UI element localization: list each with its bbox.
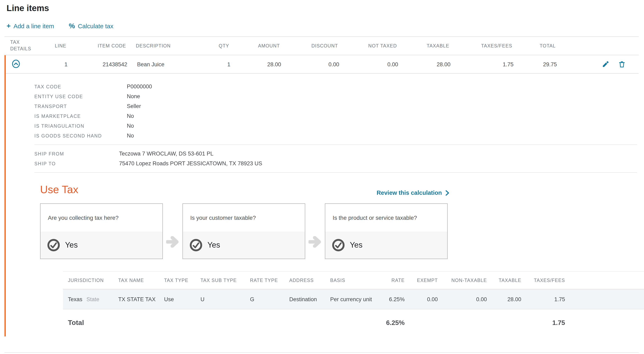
flow-arrow	[163, 204, 182, 259]
detail-field: TRANSPORTSeller	[34, 103, 639, 109]
cell-address: Destination	[289, 296, 330, 302]
cell-not-taxed: 0.00	[339, 61, 398, 67]
panel-bottom-border	[4, 352, 639, 353]
flow-arrow	[305, 204, 325, 259]
chevron-right-icon	[446, 190, 449, 196]
cell-amount: 28.00	[230, 61, 281, 67]
col-total: TOTAL	[512, 44, 556, 48]
col-discount: DISCOUNT	[280, 44, 338, 48]
divider	[34, 144, 637, 145]
col-tax-name: TAX NAME	[118, 278, 164, 283]
cell-basis: Per currency unit	[330, 296, 377, 302]
cell-taxable: 28.00	[398, 61, 450, 67]
col-jurisdiction: JURISDICTION	[63, 278, 118, 283]
cell-item-code: 21438542	[68, 61, 127, 67]
detail-field: TAX CODEP0000000	[34, 84, 639, 90]
trash-icon	[618, 60, 626, 68]
answer-label: Yes	[208, 241, 220, 250]
toolbar: + Add a line item % Calculate tax	[6, 22, 113, 30]
line-item-details: TAX CODEP0000000 ENTITY USE CODENone TRA…	[6, 74, 639, 336]
cell-rate: 6.25%	[377, 296, 405, 302]
col-line: LINE	[38, 44, 66, 48]
use-tax-card-customer: Is your customer taxable? Yes	[182, 204, 305, 259]
jurisdiction-type-label: State	[86, 296, 100, 302]
col-item-code: ITEM CODE	[66, 44, 126, 48]
col-non-taxable: NON-TAXABLE	[438, 278, 487, 283]
total-taxes-fees: 1.75	[521, 319, 565, 326]
col-description: DESCRIPTION	[126, 44, 208, 48]
col-qty: QTY	[208, 44, 229, 48]
check-circle-icon	[332, 238, 345, 252]
check-circle-icon	[47, 238, 60, 252]
cell-tax-name: TX STATE TAX	[118, 296, 164, 302]
line-item-row: 1 21438542 Bean Juice 1 28.00 0.00 0.00 …	[6, 55, 639, 74]
collapse-row-toggle[interactable]	[12, 59, 20, 68]
cell-description: Bean Juice	[127, 61, 209, 67]
col-not-taxed: NOT TAXED	[338, 44, 397, 48]
use-tax-card-product: Is the product or service taxable? Yes	[325, 204, 448, 259]
use-tax-card-collecting: Are you collecting tax here? Yes	[40, 204, 163, 259]
col-taxable: TAXABLE	[487, 278, 521, 283]
cell-tax-type: Use	[164, 296, 200, 302]
review-calculation-link[interactable]: Review this calculation	[376, 190, 449, 196]
cell-exempt: 0.00	[405, 296, 438, 302]
cell-taxes-fees: 1.75	[521, 296, 565, 302]
cell-line: 1	[39, 61, 68, 67]
cell-qty: 1	[209, 61, 230, 67]
cell-discount: 0.00	[281, 61, 339, 67]
ship-to-field: SHIP TO75470 Lopez Roads PORT JESSICATOW…	[34, 160, 639, 166]
total-rate: 6.25%	[377, 319, 405, 326]
col-address: ADDRESS	[289, 278, 330, 283]
expanded-line-item: 1 21438542 Bean Juice 1 28.00 0.00 0.00 …	[4, 55, 639, 336]
col-tax-sub-type: TAX SUB TYPE	[200, 278, 250, 283]
add-line-item-button[interactable]: + Add a line item	[6, 22, 54, 30]
cell-tax-sub-type: U	[200, 296, 250, 302]
cell-rate-type: G	[250, 296, 289, 302]
use-tax-header: Use Tax Review this calculation	[40, 183, 449, 196]
detail-field: ENTITY USE CODENone	[34, 93, 639, 100]
divider	[34, 172, 637, 173]
answer-label: Yes	[350, 241, 362, 250]
cell-taxable: 28.00	[487, 296, 521, 302]
check-circle-icon	[190, 238, 202, 252]
col-taxable: TAXABLE	[397, 44, 449, 48]
col-exempt: EXEMPT	[405, 278, 438, 283]
page-title: Line items	[6, 3, 49, 13]
use-tax-title: Use Tax	[40, 183, 78, 196]
arrow-right-icon	[166, 236, 179, 248]
ship-from-field: SHIP FROMTeczowa 7 WROCLAW, DS 53-601 PL	[34, 150, 639, 157]
use-tax-flow: Are you collecting tax here? Yes	[40, 204, 639, 259]
percent-icon: %	[69, 22, 75, 30]
cell-non-taxable: 0.00	[438, 296, 487, 302]
col-basis: BASIS	[330, 278, 377, 283]
line-items-table: TAX DETAILS LINE ITEM CODE DESCRIPTION Q…	[4, 36, 639, 336]
pencil-icon	[602, 60, 609, 68]
detail-field: IS MARKETPLACENo	[34, 113, 639, 119]
plus-icon: +	[6, 22, 11, 30]
add-line-item-label: Add a line item	[14, 22, 54, 30]
calculate-tax-button[interactable]: % Calculate tax	[69, 22, 113, 30]
col-tax-details: TAX DETAILS	[4, 40, 38, 52]
col-amount: AMOUNT	[229, 44, 280, 48]
col-rate: RATE	[377, 278, 405, 283]
jurisdiction-header-row: JURISDICTION TAX NAME TAX TYPE TAX SUB T…	[63, 272, 644, 289]
line-items-panel: Line items + Add a line item % Calculate…	[0, 0, 644, 354]
detail-field: IS GOODS SECOND HANDNo	[34, 132, 639, 139]
answer-label: Yes	[65, 241, 78, 250]
cell-taxes-fees: 1.75	[450, 61, 514, 67]
col-taxes-fees: TAXES/FEES	[449, 44, 512, 48]
detail-field: IS TRIANGULATIONNo	[34, 123, 639, 129]
edit-line-item-button[interactable]	[602, 60, 609, 68]
delete-line-item-button[interactable]	[618, 60, 626, 68]
line-items-header-row: TAX DETAILS LINE ITEM CODE DESCRIPTION Q…	[4, 36, 639, 55]
col-taxes-fees: TAXES/FEES	[521, 278, 565, 283]
cell-jurisdiction: TexasState	[63, 296, 118, 302]
cell-total: 29.75	[514, 61, 557, 67]
jurisdiction-table: JURISDICTION TAX NAME TAX TYPE TAX SUB T…	[63, 271, 644, 336]
col-rate-type: RATE TYPE	[250, 278, 289, 283]
jurisdiction-total-row: Total 6.25% 1.75	[63, 309, 644, 336]
calculate-tax-label: Calculate tax	[78, 22, 113, 30]
arrow-right-icon	[308, 236, 322, 248]
jurisdiction-row: TexasState TX STATE TAX Use U G Destinat…	[63, 289, 644, 309]
col-tax-type: TAX TYPE	[164, 278, 200, 283]
